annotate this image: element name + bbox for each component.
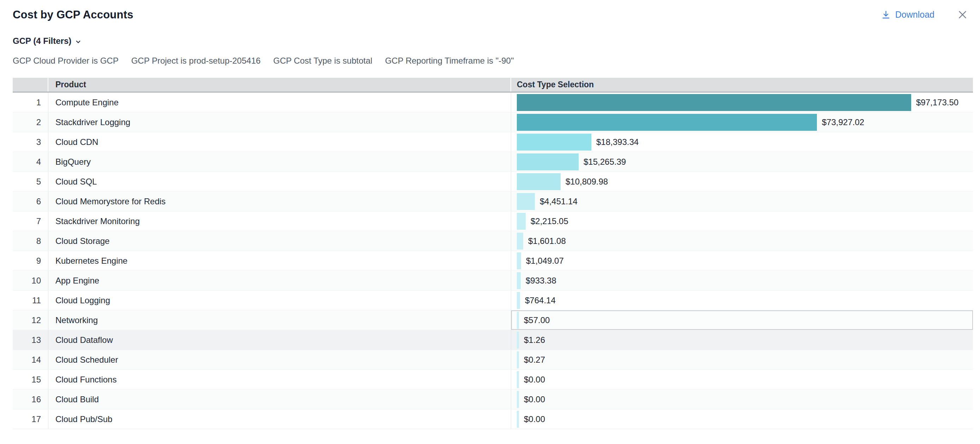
filter-item[interactable]: GCP Project is prod-setup-205416 (131, 56, 261, 66)
row-cost-cell[interactable]: $0.27 (511, 350, 973, 369)
row-cost-cell[interactable]: $10,809.98 (511, 172, 973, 191)
row-cost-cell[interactable]: $0.00 (511, 370, 973, 389)
filter-item[interactable]: GCP Cloud Provider is GCP (13, 56, 119, 66)
row-index: 13 (13, 330, 48, 350)
row-product[interactable]: App Engine (48, 271, 511, 290)
row-bar (517, 173, 561, 190)
row-index: 5 (13, 172, 48, 191)
table-row: 8 Cloud Storage $1,601.08 (13, 231, 973, 251)
topbar: Cost by GCP Accounts Download (0, 0, 980, 21)
row-cost-cell[interactable]: $4,451.14 (511, 192, 973, 211)
row-bar (517, 371, 519, 388)
row-index: 4 (13, 152, 48, 171)
row-cost-cell[interactable]: $73,927.02 (511, 112, 973, 132)
row-product[interactable]: Cloud Storage (48, 231, 511, 251)
row-product[interactable]: Cloud CDN (48, 132, 511, 152)
row-cost-cell[interactable]: $2,215.05 (511, 211, 973, 231)
row-product[interactable]: BigQuery (48, 152, 511, 171)
row-bar (517, 351, 519, 368)
table-row: 7 Stackdriver Monitoring $2,215.05 (13, 211, 973, 231)
filters-toggle[interactable]: GCP (4 Filters) (13, 36, 81, 46)
row-cost-cell[interactable]: $1,049.07 (511, 251, 973, 270)
row-product[interactable]: Cloud Build (48, 390, 511, 409)
row-product[interactable]: Compute Engine (48, 93, 511, 112)
row-bar (517, 94, 911, 111)
row-cost-cell[interactable]: $15,265.39 (511, 152, 973, 171)
close-icon (957, 9, 968, 20)
row-product[interactable]: Kubernetes Engine (48, 251, 511, 270)
header-actions: Download (881, 9, 968, 20)
close-button[interactable] (957, 9, 968, 20)
row-value: $97,173.50 (916, 97, 958, 107)
table-row: 5 Cloud SQL $10,809.98 (13, 172, 973, 192)
filter-item-label: GCP Reporting Timeframe is "-90" (385, 56, 514, 65)
table-body: 1 Compute Engine $97,173.50 2 Stackdrive… (13, 93, 973, 429)
filter-item[interactable]: GCP Reporting Timeframe is "-90" (385, 56, 514, 66)
row-value: $0.27 (524, 355, 545, 365)
row-product[interactable]: Networking (48, 310, 511, 330)
table-row: 9 Kubernetes Engine $1,049.07 (13, 251, 973, 271)
row-value: $0.00 (524, 414, 545, 424)
row-value: $18,393.34 (596, 137, 639, 147)
row-value: $10,809.98 (566, 177, 608, 187)
row-product[interactable]: Stackdriver Logging (48, 112, 511, 132)
row-value: $0.00 (524, 375, 545, 385)
table-row: 14 Cloud Scheduler $0.27 (13, 350, 973, 370)
filter-item-label: GCP Project is prod-setup-205416 (131, 56, 261, 65)
row-cost-cell[interactable]: $764.14 (511, 291, 973, 310)
row-value: $933.38 (526, 276, 556, 286)
row-bar (517, 193, 535, 210)
row-bar (517, 272, 521, 289)
row-cost-cell[interactable]: $18,393.34 (511, 132, 973, 152)
cost-table: Product Cost Type Selection 1 Compute En… (13, 78, 973, 429)
row-index: 16 (13, 390, 48, 409)
row-bar (517, 332, 519, 348)
row-value: $1,049.07 (526, 256, 564, 266)
row-value: $1,601.08 (528, 236, 566, 246)
row-index: 7 (13, 211, 48, 231)
row-index: 17 (13, 409, 48, 429)
row-index: 2 (13, 112, 48, 132)
row-value: $764.14 (525, 295, 556, 305)
table-row: 10 App Engine $933.38 (13, 271, 973, 291)
chevron-down-icon (75, 38, 81, 45)
page-title: Cost by GCP Accounts (13, 8, 134, 21)
row-value: $2,215.05 (531, 216, 568, 226)
row-product[interactable]: Cloud Pub/Sub (48, 409, 511, 429)
row-product[interactable]: Cloud Functions (48, 370, 511, 389)
row-value: $0.00 (524, 394, 545, 404)
row-value: $4,451.14 (540, 196, 578, 206)
row-cost-cell[interactable]: $0.00 (511, 390, 973, 409)
filter-item-label: GCP Cloud Provider is GCP (13, 56, 119, 65)
row-cost-cell[interactable]: $97,173.50 (511, 93, 973, 112)
row-cost-cell[interactable]: $1.26 (511, 330, 973, 350)
row-index: 11 (13, 291, 48, 310)
row-index: 1 (13, 93, 48, 112)
row-product[interactable]: Cloud Logging (48, 291, 511, 310)
row-cost-cell[interactable]: $57.00 (511, 310, 973, 330)
row-value: $1.26 (524, 335, 545, 345)
download-icon (881, 10, 891, 20)
row-product[interactable]: Stackdriver Monitoring (48, 211, 511, 231)
filter-item-label: GCP Cost Type is subtotal (273, 56, 372, 65)
row-cost-cell[interactable]: $933.38 (511, 271, 973, 290)
table-row: 15 Cloud Functions $0.00 (13, 370, 973, 390)
table-row: 1 Compute Engine $97,173.50 (13, 93, 973, 112)
row-cost-cell[interactable]: $0.00 (511, 409, 973, 429)
row-bar (517, 233, 523, 249)
table-row: 4 BigQuery $15,265.39 (13, 152, 973, 172)
row-index: 12 (13, 310, 48, 330)
filter-item[interactable]: GCP Cost Type is subtotal (273, 56, 372, 66)
column-header-product[interactable]: Product (48, 78, 511, 91)
row-product[interactable]: Cloud Scheduler (48, 350, 511, 369)
row-cost-cell[interactable]: $1,601.08 (511, 231, 973, 251)
row-bar (517, 213, 526, 230)
table-row: 11 Cloud Logging $764.14 (13, 291, 973, 310)
row-product[interactable]: Cloud Dataflow (48, 330, 511, 350)
column-header-cost[interactable]: Cost Type Selection (511, 78, 973, 91)
download-button[interactable]: Download (881, 10, 934, 20)
filters-toggle-label: GCP (4 Filters) (13, 36, 71, 46)
row-index: 15 (13, 370, 48, 389)
row-product[interactable]: Cloud Memorystore for Redis (48, 192, 511, 211)
row-product[interactable]: Cloud SQL (48, 172, 511, 191)
